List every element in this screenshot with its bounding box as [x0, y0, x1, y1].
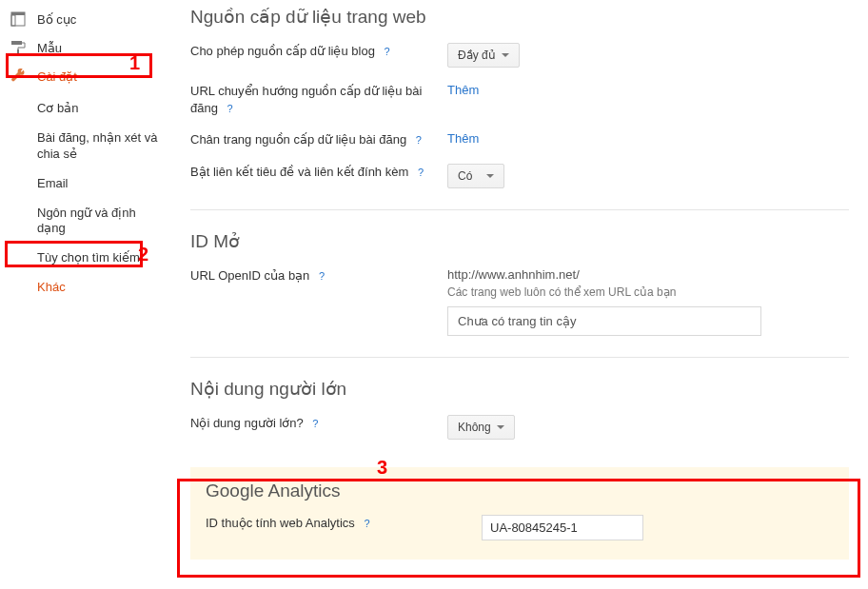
sidebar-sub-other[interactable]: Khác — [37, 273, 171, 303]
help-icon[interactable]: ? — [418, 166, 424, 180]
sidebar-sub-posts[interactable]: Bài đăng, nhận xét và chia sẻ — [37, 124, 171, 169]
sidebar-item-label: Mẫu — [37, 41, 62, 55]
chevron-down-icon — [502, 53, 509, 57]
row-label: Cho phép nguồn cấp dữ liệu blog ? — [190, 43, 447, 68]
section-title: Nguồn cấp dữ liệu trang web — [190, 0, 849, 28]
sidebar: Bố cục Mẫu Cài đặt Cơ bản Bài đăng, nhận… — [0, 0, 171, 579]
help-icon[interactable]: ? — [227, 102, 233, 116]
analytics-id-input[interactable] — [482, 515, 643, 540]
help-icon[interactable]: ? — [385, 45, 390, 59]
add-redirect-link[interactable]: Thêm — [447, 83, 479, 97]
adult-content-dropdown[interactable]: Không — [447, 415, 515, 440]
sidebar-item-label: Cài đặt — [37, 69, 77, 84]
help-icon[interactable]: ? — [319, 269, 325, 284]
sidebar-item-layout[interactable]: Bố cục — [5, 5, 171, 33]
sidebar-item-settings[interactable]: Cài đặt — [5, 62, 171, 90]
section-title: Nội dung người lớn — [190, 372, 849, 400]
wrench-icon — [9, 67, 28, 86]
row-label: Chân trang nguồn cấp dữ liệu bài đăng ? — [190, 131, 447, 148]
section-site-feed: Nguồn cấp dữ liệu trang web Cho phép ngu… — [190, 0, 849, 210]
section-title: Google Analytics — [206, 481, 834, 501]
allow-feed-dropdown[interactable]: Đầy đủ — [447, 43, 520, 68]
chevron-down-icon — [486, 174, 494, 178]
row-label: Bật liên kết tiêu đề và liên kết đính kè… — [190, 164, 447, 188]
chevron-down-icon — [497, 425, 504, 429]
dropdown-value: Đầy đủ — [458, 49, 496, 62]
row-label: URL chuyển hướng nguồn cấp dữ liệu bài đ… — [190, 83, 447, 116]
section-openid: ID Mở URL OpenID của bạn ? http://www.an… — [190, 225, 849, 358]
sidebar-sub-language[interactable]: Ngôn ngữ và định dạng — [37, 199, 171, 245]
help-icon[interactable]: ? — [312, 417, 318, 431]
svg-rect-4 — [17, 49, 19, 54]
row-label: ID thuộc tính web Analytics ? — [206, 515, 482, 540]
svg-rect-2 — [11, 15, 15, 26]
sidebar-subitems: Cơ bản Bài đăng, nhận xét và chia sẻ Ema… — [5, 90, 171, 303]
layout-icon — [9, 10, 28, 29]
row-label: Nội dung người lớn? ? — [190, 415, 447, 440]
svg-rect-3 — [11, 41, 22, 45]
add-footer-link[interactable]: Thêm — [447, 131, 479, 146]
sidebar-item-template[interactable]: Mẫu — [5, 33, 171, 62]
sidebar-sub-email[interactable]: Email — [37, 169, 171, 199]
sidebar-sub-search[interactable]: Tùy chọn tìm kiếm — [37, 244, 171, 273]
section-analytics: Google Analytics ID thuộc tính web Analy… — [190, 467, 849, 560]
section-title: ID Mở — [190, 225, 849, 252]
help-icon[interactable]: ? — [364, 517, 369, 531]
dropdown-value: Không — [458, 421, 491, 434]
sidebar-item-label: Bố cục — [37, 12, 76, 27]
main-content: Nguồn cấp dữ liệu trang web Cho phép ngu… — [171, 0, 868, 579]
openid-note: Các trang web luôn có thể xem URL của bạ… — [447, 285, 849, 299]
help-icon[interactable]: ? — [416, 133, 422, 147]
paint-roller-icon — [9, 38, 28, 57]
title-links-dropdown[interactable]: Có — [447, 164, 504, 188]
row-label: URL OpenID của bạn ? — [190, 267, 447, 336]
openid-url: http://www.anhnhim.net/ — [447, 267, 849, 282]
dropdown-value: Có — [458, 169, 472, 183]
trusted-sites-box[interactable]: Chưa có trang tin cậy — [447, 306, 761, 336]
section-adult: Nội dung người lớn Nội dung người lớn? ?… — [190, 372, 849, 453]
sidebar-sub-basic[interactable]: Cơ bản — [37, 94, 171, 124]
